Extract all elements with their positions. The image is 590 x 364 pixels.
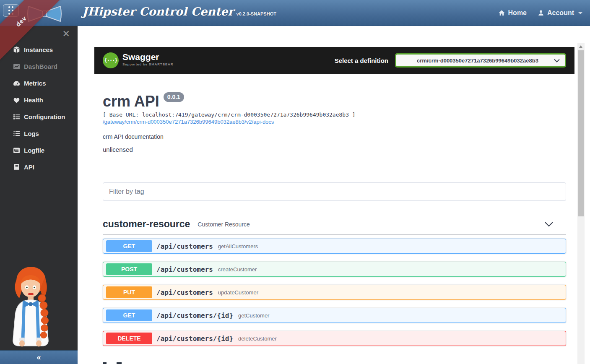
api-base-url: [ Base URL: localhost:7419/gateway/crm/c… (103, 112, 356, 118)
api-description: crm API documentation (103, 133, 164, 140)
sidebar: ✕ Instances DashBoard Metrics Health Con… (0, 26, 78, 350)
sidebar-item-label: Configuration (24, 113, 65, 120)
collapse-icon: « (36, 353, 41, 362)
filter-by-tag-input[interactable] (103, 182, 566, 201)
method-badge: PUT (106, 286, 152, 298)
tag-description: Customer Resource (198, 221, 250, 228)
nav-account[interactable]: Account (538, 9, 582, 17)
api-version-badge: 0.0.1 (164, 92, 184, 102)
operation-id: getCustomer (238, 312, 269, 319)
chevron-down-icon[interactable] (544, 221, 554, 227)
app-header: JHipster Control Centerv0.2.0-SNAPSHOT H… (0, 0, 590, 26)
main-content: {···} Swagger Supported by SMARTBEAR Sel… (78, 26, 590, 364)
sidebar-collapse-button[interactable]: « (0, 350, 78, 364)
apps-grid-button[interactable] (3, 4, 19, 17)
sidebar-item-label: API (24, 164, 34, 171)
nav-home[interactable]: Home (498, 9, 527, 17)
swagger-logo-text: Swagger (122, 52, 173, 62)
header-nav: Home Account (498, 0, 582, 26)
operation-id: createCustomer (218, 266, 257, 273)
operation-id: getAllCustomers (218, 243, 258, 250)
tag-name: customer-resource (103, 218, 190, 230)
definition-select-value: crm/crm-d000350e7271a7326b99649b032ae8b3 (401, 57, 554, 64)
chart-icon (13, 63, 20, 70)
heart-icon (13, 96, 20, 104)
operation-path: /api/customers (156, 242, 213, 250)
sidebar-item-label: Metrics (24, 80, 46, 87)
method-badge: POST (106, 263, 152, 275)
swagger-logo-subtext: Supported by SMARTBEAR (122, 62, 173, 66)
sidebar-item-logfile[interactable]: Logfile (0, 142, 78, 159)
method-badge: DELETE (106, 333, 152, 344)
api-title: crm API0.0.1 (103, 92, 184, 110)
operation-path: /api/customers/{id} (156, 335, 233, 343)
operation-row[interactable]: GET /api/customers getAllCustomers (103, 239, 566, 254)
jhipster-bowtie-logo (26, 4, 63, 23)
sidebar-item-logs[interactable]: Logs (0, 125, 78, 142)
operation-row[interactable]: GET /api/customers/{id} getCustomer (103, 308, 566, 323)
user-icon (538, 10, 544, 16)
swagger-topbar: {···} Swagger Supported by SMARTBEAR Sel… (94, 47, 574, 74)
sidebar-item-health[interactable]: Health (0, 91, 78, 108)
definition-select[interactable]: crm/crm-d000350e7271a7326b99649b032ae8b3 (395, 53, 566, 68)
api-docs-link[interactable]: /gateway/crm/crm-d000350e7271a7326b99649… (103, 119, 274, 125)
sidebar-item-label: Instances (24, 46, 53, 53)
operations-list: GET /api/customers getAllCustomers POST … (103, 239, 566, 354)
operation-id: updateCustomer (218, 289, 258, 296)
sidebar-item-label: DashBoard (24, 63, 57, 70)
scrollbar-thumb[interactable] (578, 50, 584, 216)
swagger-logo-icon: {···} (103, 52, 119, 68)
gauge-icon (13, 80, 20, 87)
scrollbar (577, 43, 585, 364)
cube-icon (13, 46, 20, 53)
sidebar-item-dashboard[interactable]: DashBoard (0, 58, 78, 75)
scrollbar-up-arrow[interactable] (579, 45, 582, 48)
operation-path: /api/customers (156, 289, 213, 296)
sidebar-menu: Instances DashBoard Metrics Health Confi… (0, 41, 78, 175)
sidebar-item-configuration[interactable]: Configuration (0, 108, 78, 125)
grid-icon (8, 6, 13, 15)
chevron-down-icon (578, 12, 582, 14)
operation-row[interactable]: POST /api/customers createCustomer (103, 262, 566, 277)
method-badge: GET (106, 309, 152, 321)
operation-path: /api/customers (156, 265, 213, 273)
operation-row[interactable]: DELETE /api/customers/{id} deleteCustome… (103, 331, 566, 346)
app-title: JHipster Control Centerv0.2.0-SNAPSHOT (82, 5, 276, 18)
sidebar-item-label: Health (24, 96, 43, 104)
sidebar-item-metrics[interactable]: Metrics (0, 75, 78, 91)
sidebar-item-label: Logfile (24, 147, 44, 154)
tasks-icon (13, 130, 20, 137)
swagger-logo: {···} Swagger Supported by SMARTBEAR (103, 52, 173, 68)
sidebar-item-instances[interactable]: Instances (0, 41, 78, 58)
operation-id: deleteCustomer (238, 335, 277, 342)
sidebar-item-api[interactable]: API (0, 159, 78, 175)
tag-section-header[interactable]: customer-resource Customer Resource (103, 214, 566, 235)
chevron-down-icon (554, 59, 560, 62)
next-section-peek (103, 361, 187, 364)
sidebar-item-label: Logs (24, 130, 39, 137)
book-icon (13, 164, 20, 171)
api-license: unlicensed (103, 146, 133, 153)
app-title-text: JHipster Control Center (82, 5, 234, 18)
operation-path: /api/customers/{id} (156, 312, 233, 320)
operation-row[interactable]: PUT /api/customers updateCustomer (103, 285, 566, 300)
jhipster-mascot (5, 265, 60, 349)
home-icon (498, 10, 505, 16)
select-definition-label: Select a definition (335, 57, 388, 64)
list-icon (13, 113, 20, 120)
method-badge: GET (106, 240, 152, 252)
file-list-icon (13, 147, 20, 154)
app-version: v0.2.0-SNAPSHOT (237, 11, 276, 16)
close-icon[interactable]: ✕ (62, 29, 70, 39)
